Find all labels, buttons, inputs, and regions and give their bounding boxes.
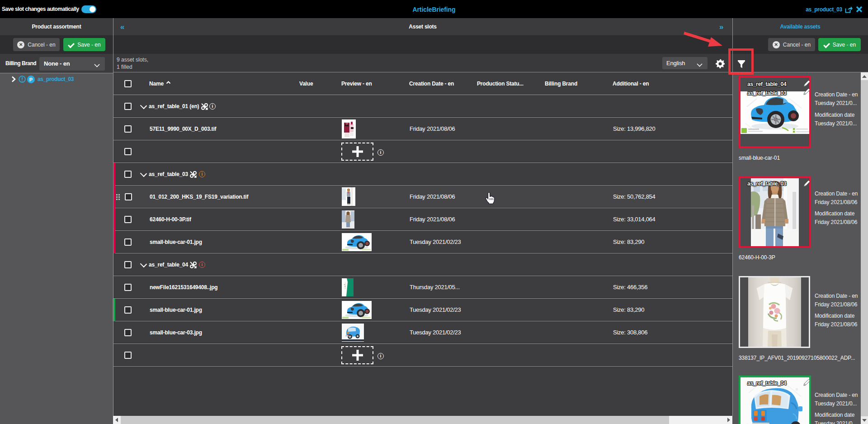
svg-text:P: P [29, 76, 33, 82]
